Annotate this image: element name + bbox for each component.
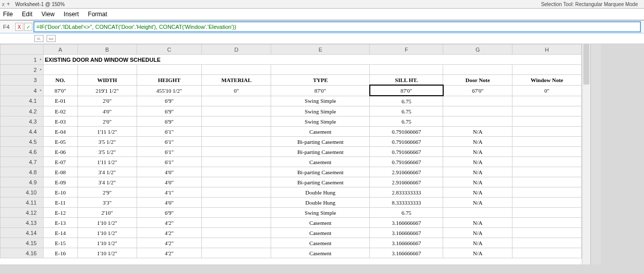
cell[interactable]: 4'2" xyxy=(137,218,202,228)
cell[interactable]: 2'9" xyxy=(77,187,137,198)
row-header[interactable]: 4.11 xyxy=(1,198,44,208)
cell[interactable]: E-16 xyxy=(43,248,77,258)
mini-icon-1[interactable]: bl. xyxy=(34,35,44,42)
cell[interactable]: Swing Simple xyxy=(271,208,370,218)
cell[interactable]: 4'2" xyxy=(137,238,202,248)
expand-arrow-icon[interactable]: ▸ xyxy=(40,88,42,92)
cell[interactable]: 4'0" xyxy=(77,106,137,116)
cell[interactable] xyxy=(202,198,271,208)
cell[interactable]: E-11 xyxy=(43,198,77,208)
col-header-B[interactable]: B xyxy=(77,45,137,55)
cell[interactable]: SILL HT. xyxy=(370,75,443,86)
cell[interactable]: 0" xyxy=(512,85,582,96)
cell[interactable] xyxy=(512,187,582,198)
cell[interactable]: 3'4 1/2" xyxy=(77,177,137,187)
formula-input[interactable] xyxy=(33,21,641,32)
cell[interactable]: HEIGHT xyxy=(137,75,202,86)
cell[interactable]: E-15 xyxy=(43,238,77,248)
col-header-D[interactable]: D xyxy=(202,45,271,55)
row-header[interactable]: 4.7 xyxy=(1,157,44,167)
row-header[interactable]: 4.1 xyxy=(1,96,44,106)
row-header[interactable]: 4.12 xyxy=(1,208,44,218)
row-header[interactable]: 4.13 xyxy=(1,218,44,228)
cell[interactable]: Double Hung xyxy=(271,187,370,198)
spreadsheet-grid[interactable]: ABCDEFGH 1▸EXISTING DOOR AND WINDOW SCHE… xyxy=(0,44,582,258)
cell[interactable] xyxy=(202,116,271,127)
cell[interactable]: 0.791666667 xyxy=(370,137,443,147)
cell[interactable]: E-05 xyxy=(43,137,77,147)
cell[interactable]: E-06 xyxy=(43,147,77,157)
cell[interactable]: 6'9" xyxy=(137,96,202,106)
cell[interactable]: 8.333333333 xyxy=(370,198,443,208)
cell[interactable]: Casement xyxy=(271,228,370,238)
mini-icon-2[interactable]: sur xyxy=(47,35,56,42)
cell[interactable] xyxy=(202,96,271,106)
cell[interactable]: Swing Simple xyxy=(271,116,370,127)
cell[interactable] xyxy=(512,228,582,238)
cell[interactable]: 3.166666667 xyxy=(370,248,443,258)
cell[interactable]: Bi-parting Casement xyxy=(271,177,370,187)
cell[interactable]: 1'11 1/2" xyxy=(77,127,137,137)
cell[interactable]: 3'5 1/2" xyxy=(77,147,137,157)
col-header-A[interactable]: A xyxy=(43,45,77,55)
cell[interactable]: 6.75 xyxy=(370,208,443,218)
cell[interactable]: 6.75 xyxy=(370,96,443,106)
cell[interactable] xyxy=(43,65,77,75)
cell[interactable]: N/A xyxy=(443,127,512,137)
cell[interactable]: N/A xyxy=(443,147,512,157)
cell[interactable]: Bi-parting Casement xyxy=(271,137,370,147)
cell[interactable] xyxy=(202,137,271,147)
cell[interactable]: 3'3" xyxy=(77,198,137,208)
cell[interactable]: 4'2" xyxy=(137,248,202,258)
cell[interactable]: 0.791666667 xyxy=(370,157,443,167)
cell[interactable] xyxy=(512,248,582,258)
cancel-edit-icon[interactable]: X xyxy=(15,23,23,31)
col-header-C[interactable]: C xyxy=(137,45,202,55)
cell[interactable]: 87'0" xyxy=(271,85,370,96)
cell[interactable]: Swing Simple xyxy=(271,106,370,116)
cell[interactable]: 219'1 1/2" xyxy=(77,85,137,96)
close-tab-icon[interactable]: x xyxy=(2,2,5,7)
cell[interactable]: E-03 xyxy=(43,116,77,127)
row-header[interactable]: 4.8 xyxy=(1,167,44,177)
cell[interactable]: 6'1" xyxy=(137,147,202,157)
cell[interactable]: 4'0" xyxy=(137,198,202,208)
row-header[interactable]: 4.6 xyxy=(1,147,44,157)
expand-arrow-icon[interactable]: ▸ xyxy=(40,67,42,71)
row-header[interactable]: 2▸ xyxy=(1,65,44,75)
col-header-F[interactable]: F xyxy=(370,45,443,55)
cell[interactable] xyxy=(202,147,271,157)
cell-reference[interactable]: F4 xyxy=(3,24,15,30)
expand-arrow-icon[interactable]: ▸ xyxy=(40,57,42,61)
cell[interactable]: 6'9" xyxy=(137,208,202,218)
cell[interactable]: E-07 xyxy=(43,157,77,167)
row-header[interactable]: 4.5 xyxy=(1,137,44,147)
cell[interactable]: 87'0" xyxy=(370,85,443,96)
cell[interactable]: Casement xyxy=(271,238,370,248)
cell[interactable]: 455'10 1/2" xyxy=(137,85,202,96)
cell[interactable]: Double Hung xyxy=(271,198,370,208)
cell[interactable]: NO. xyxy=(43,75,77,86)
cell[interactable] xyxy=(443,65,512,75)
cell[interactable]: 3.166666667 xyxy=(370,228,443,238)
cell[interactable] xyxy=(512,167,582,177)
cell[interactable]: TYPE xyxy=(271,75,370,86)
cell[interactable]: 3'4 1/2" xyxy=(77,167,137,177)
cell[interactable] xyxy=(370,65,443,75)
cell[interactable]: 4'0" xyxy=(137,167,202,177)
cell[interactable]: Bi-parting Casement xyxy=(271,147,370,157)
cell[interactable] xyxy=(512,238,582,248)
cell[interactable]: 6'9" xyxy=(137,116,202,127)
cell[interactable]: N/A xyxy=(443,198,512,208)
cell[interactable]: N/A xyxy=(443,238,512,248)
cell[interactable]: 2'10" xyxy=(77,208,137,218)
cell[interactable] xyxy=(77,65,137,75)
cell[interactable] xyxy=(443,96,512,106)
menu-view[interactable]: View xyxy=(41,11,55,18)
cell[interactable]: 6.75 xyxy=(370,106,443,116)
cell[interactable] xyxy=(443,106,512,116)
cell[interactable]: Door Note xyxy=(443,75,512,86)
row-header[interactable]: 4▸ xyxy=(1,85,44,96)
cell[interactable]: 4'2" xyxy=(137,228,202,238)
cell[interactable]: N/A xyxy=(443,137,512,147)
